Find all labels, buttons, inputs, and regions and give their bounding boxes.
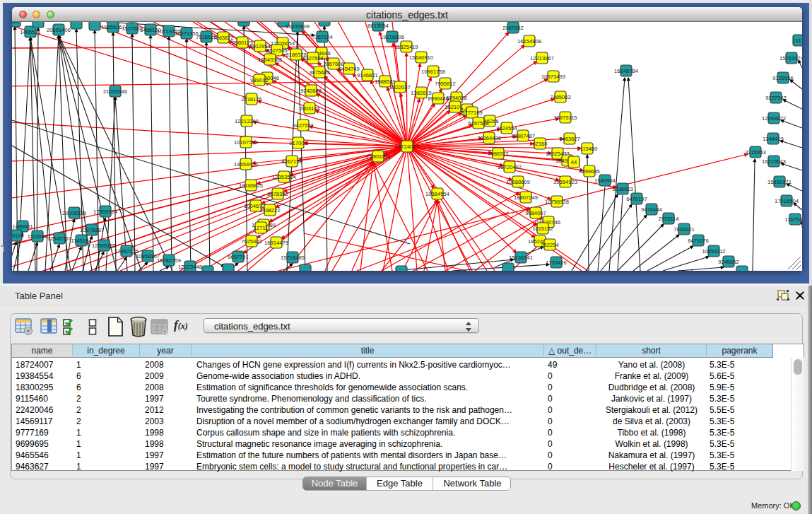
svg-text:15136141: 15136141	[509, 255, 533, 261]
svg-text:5938923: 5938923	[612, 186, 633, 192]
svg-text:9227342: 9227342	[765, 95, 787, 101]
svg-text:989012: 989012	[250, 77, 268, 83]
svg-text:19384554: 19384554	[425, 191, 449, 197]
svg-text:9146821: 9146821	[357, 72, 378, 78]
svg-text:20364436: 20364436	[477, 135, 501, 141]
svg-text:19654925: 19654925	[234, 161, 258, 168]
svg-text:1615132: 1615132	[532, 226, 553, 232]
svg-text:19654923: 19654923	[553, 179, 577, 185]
svg-text:16543362: 16543362	[258, 57, 282, 63]
svg-text:252254: 252254	[541, 242, 558, 248]
svg-text:16648784: 16648784	[614, 68, 638, 74]
svg-text:9327508: 9327508	[302, 55, 324, 62]
svg-text:1117: 1117	[793, 37, 802, 44]
svg-text:15640910: 15640910	[409, 54, 433, 61]
svg-text:10961758: 10961758	[421, 69, 445, 75]
svg-text:9242848: 9242848	[300, 88, 322, 94]
svg-text:6794028: 6794028	[446, 95, 467, 101]
svg-text:9129966: 9129966	[772, 75, 794, 81]
svg-text:39194: 39194	[12, 233, 24, 239]
svg-text:10654112: 10654112	[702, 248, 725, 255]
svg-text:8471676: 8471676	[688, 238, 709, 244]
svg-text:10973493: 10973493	[541, 74, 565, 80]
svg-text:7485063: 7485063	[550, 94, 571, 100]
svg-text:9245652: 9245652	[718, 259, 739, 265]
svg-text:6479197: 6479197	[626, 196, 647, 202]
svg-text:9657791: 9657791	[228, 254, 249, 260]
svg-text:19837: 19837	[236, 22, 251, 24]
svg-text:20691406: 20691406	[47, 27, 71, 33]
svg-text:12093822: 12093822	[762, 115, 786, 122]
svg-text:1167533: 1167533	[785, 216, 803, 223]
svg-text:9115460: 9115460	[577, 146, 598, 152]
svg-text:2718176: 2718176	[241, 96, 262, 103]
svg-text:15692971: 15692971	[767, 179, 792, 185]
svg-text:16210643: 16210643	[762, 158, 786, 165]
svg-text:16914479: 16914479	[264, 240, 288, 246]
svg-text:19166825: 19166825	[239, 182, 263, 189]
svg-text:10807487: 10807487	[511, 133, 535, 139]
svg-text:25300295: 25300295	[366, 153, 390, 160]
svg-text:8813054: 8813054	[367, 23, 389, 29]
svg-text:9777169: 9777169	[461, 110, 483, 116]
svg-text:12711: 12711	[254, 225, 269, 231]
svg-text:17016504: 17016504	[775, 198, 799, 204]
svg-text:122: 122	[12, 22, 19, 25]
svg-text:17957225: 17957225	[114, 248, 139, 255]
svg-text:44: 44	[571, 159, 577, 165]
svg-text:9899695: 9899695	[579, 168, 600, 175]
svg-text:62160: 62160	[532, 141, 547, 147]
svg-text:18807249: 18807249	[514, 194, 538, 201]
svg-text:8427552: 8427552	[293, 122, 314, 129]
svg-text:21053346: 21053346	[103, 88, 127, 95]
svg-text:17359924: 17359924	[93, 209, 117, 215]
svg-text:7632621: 7632621	[673, 226, 695, 233]
svg-text:12923448: 12923448	[178, 264, 202, 270]
svg-text:16671355: 16671355	[175, 30, 199, 37]
svg-text:16782759: 16782759	[157, 257, 181, 264]
svg-text:1733426: 1733426	[546, 259, 567, 266]
svg-text:7663822: 7663822	[213, 35, 234, 41]
svg-text:9463627: 9463627	[559, 136, 580, 142]
svg-text:12505135: 12505135	[92, 243, 116, 249]
svg-text:19218506: 19218506	[380, 34, 404, 40]
svg-text:16154808: 16154808	[517, 38, 541, 45]
svg-text:10975887: 10975887	[80, 227, 104, 233]
svg-text:1405571: 1405571	[20, 29, 41, 35]
svg-text:3875685: 3875685	[309, 69, 330, 76]
svg-text:2087682: 2087682	[502, 25, 524, 31]
svg-text:3624554: 3624554	[496, 125, 517, 132]
svg-text:1115682: 1115682	[28, 233, 47, 240]
svg-text:9527505: 9527505	[266, 47, 288, 54]
svg-text:18724007: 18724007	[395, 144, 419, 150]
svg-text:12353594: 12353594	[272, 174, 296, 180]
svg-text:15720407: 15720407	[498, 164, 522, 170]
svg-text:9474444: 9474444	[641, 206, 662, 213]
svg-text:12975115: 12975115	[553, 115, 577, 121]
svg-text:16033809: 16033809	[286, 23, 310, 30]
svg-text:7986372: 7986372	[488, 151, 509, 157]
svg-text:20206535: 20206535	[62, 210, 86, 216]
svg-text:15716485: 15716485	[281, 255, 305, 261]
svg-text:8267150: 8267150	[281, 158, 302, 165]
svg-text:8322037: 8322037	[389, 84, 411, 90]
svg-text:1244419: 1244419	[763, 136, 784, 142]
svg-text:7625402: 7625402	[241, 238, 262, 245]
svg-text:7955812: 7955812	[435, 81, 456, 87]
svg-text:1485061: 1485061	[12, 223, 33, 230]
svg-text:11325419: 11325419	[394, 44, 418, 50]
svg-text:917006: 917006	[289, 140, 307, 146]
svg-text:1145194: 1145194	[71, 238, 92, 244]
svg-text:10107554: 10107554	[234, 139, 258, 146]
svg-text:7357224: 7357224	[312, 34, 333, 40]
svg-text:12942757: 12942757	[47, 235, 71, 242]
svg-text:6497508: 6497508	[468, 120, 489, 127]
svg-text:2803144: 2803144	[299, 105, 320, 112]
svg-text:2935114: 2935114	[659, 216, 679, 222]
svg-text:3215953: 3215953	[745, 149, 766, 156]
svg-text:10688609: 10688609	[506, 179, 530, 185]
svg-text:1640954: 1640954	[594, 177, 616, 184]
svg-text:10958107: 10958107	[136, 253, 160, 259]
svg-text:15751074: 15751074	[779, 55, 802, 62]
svg-text:8678352: 8678352	[267, 191, 288, 197]
